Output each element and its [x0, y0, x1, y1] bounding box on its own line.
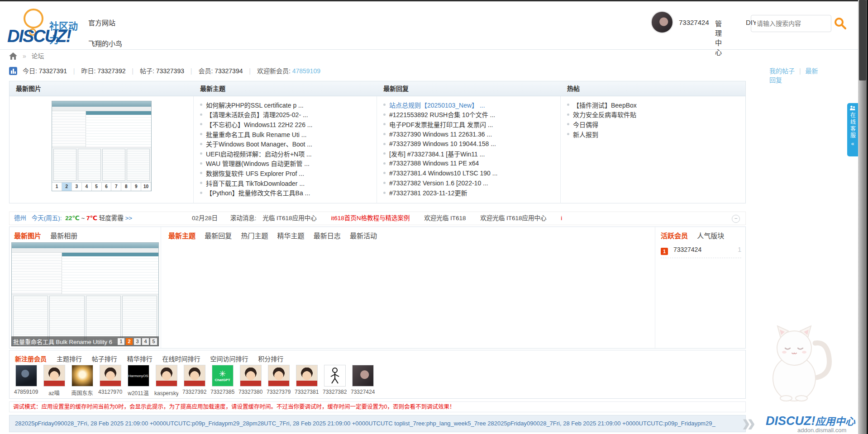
slideshow-page-4[interactable]: 4 — [142, 338, 149, 345]
tab-online-time-ranking[interactable]: 在线时间排行 — [162, 355, 200, 363]
slideshow[interactable]: 批量重命名工具 Bulk Rename Utility 6 1 2 3 4 5 — [11, 242, 159, 346]
reply-link[interactable]: #73327389 Windows 10 19044.158 ... — [389, 140, 496, 147]
addon-center-logo[interactable]: DISCUZ!应用中心 — [766, 413, 855, 428]
tab-latest-topics[interactable]: 最新主题 — [168, 232, 196, 240]
tab-credit-ranking[interactable]: 积分排行 — [258, 355, 283, 363]
member-name[interactable]: 47859109 — [14, 389, 38, 395]
member-cell[interactable]: kaspersky用 — [154, 365, 178, 396]
tab-space-visit-ranking[interactable]: 空间访问排行 — [210, 355, 248, 363]
member-cell[interactable]: 73327381 — [295, 365, 319, 396]
reply-link[interactable]: #73327381.4 Windows10 LTSC 190 ... — [389, 170, 497, 177]
scroll-message-highlight[interactable]: i — [561, 215, 562, 222]
reply-link[interactable]: #73327381 2023-11-12更新 — [389, 188, 467, 197]
member-cell[interactable]: 73327380 — [238, 365, 262, 396]
slideshow-page-1[interactable]: 1 — [118, 338, 124, 345]
topic-link[interactable]: 【Python】批量修改文件名工具Ba ... — [206, 188, 310, 197]
breadcrumb-forum-link[interactable]: 论坛 — [32, 52, 44, 60]
hot-post-link[interactable]: 【插件测试】BeepBox — [573, 100, 637, 109]
topic-link[interactable]: 数据恢复软件 UFS Explorer Prof ... — [206, 169, 304, 178]
reply-link[interactable]: #73327390 Windows 11 22631.36 ... — [389, 131, 492, 138]
member-name[interactable]: 73327424 — [351, 389, 375, 395]
member-cell[interactable]: 73327392 — [182, 365, 206, 396]
reply-link[interactable]: 站点总规则【20250103_New】 ... — [389, 100, 485, 109]
tab-latest-replies[interactable]: 最新回复 — [205, 232, 232, 240]
reply-link[interactable]: #73327388 Windows 11 PE x64 — [389, 160, 479, 167]
member-cell[interactable]: az喵 — [42, 365, 66, 396]
tab-popular-forums[interactable]: 人气版块 — [697, 232, 724, 240]
online-service-tab[interactable]: 在线客服 « — [847, 103, 858, 156]
member-name[interactable]: 73327381 — [295, 389, 319, 395]
tab-active-members[interactable]: 活跃会员 — [661, 232, 688, 240]
weather-city-link[interactable]: 德州 — [14, 215, 26, 222]
member-cell[interactable]: 43127970 — [98, 365, 122, 396]
member-cell[interactable]: 73327382 — [323, 365, 347, 396]
scroll-message[interactable]: 欢迎光临 IT618 — [424, 215, 466, 222]
member-cell[interactable]: 73327424 — [351, 365, 375, 396]
topic-link[interactable]: UEFI启动视频详解：启动分析+N项 ... — [206, 149, 312, 158]
my-posts-link[interactable]: 我的帖子 — [769, 67, 795, 75]
member-name[interactable]: az喵 — [42, 389, 66, 396]
active-member-link[interactable]: 73327424 — [673, 246, 701, 253]
tab-topic-ranking[interactable]: 主题排行 — [57, 355, 82, 363]
tab-new-members[interactable]: 新注册会员 — [15, 355, 47, 363]
member-name[interactable]: w2011温 — [126, 389, 150, 396]
member-name[interactable]: 73327379 — [267, 389, 291, 395]
tab-post-ranking[interactable]: 帖子排行 — [92, 355, 117, 363]
tab-hot-topics[interactable]: 热门主题 — [241, 232, 268, 240]
reply-link[interactable]: #73327382 Version 1.6 [2022-10 ... — [389, 179, 488, 187]
slideshow-page-2[interactable]: 2 — [126, 338, 133, 345]
member-cell[interactable]: ✳ ChatGPT 73327385 — [210, 365, 234, 396]
reply-link[interactable]: 电子PDF发票批量打印工具 发票闪 ... — [389, 120, 493, 129]
footer-ticker-link[interactable]: 282025pFriday090028_7Fri, 28 Feb 2025 21… — [10, 415, 745, 432]
member-name[interactable]: 73327392 — [182, 389, 206, 395]
user-avatar[interactable] — [651, 11, 673, 33]
tab-digest-ranking[interactable]: 精华排行 — [127, 355, 153, 363]
nav-item-official-site[interactable]: 官方网站 — [88, 18, 115, 27]
scroll-message-highlight[interactable]: it618首页N格教程与精选案例 — [331, 215, 410, 222]
tab-latest-activities[interactable]: 最新活动 — [350, 232, 377, 240]
hot-post-link[interactable]: 效力安全反病毒软件贴 — [573, 110, 636, 119]
collapse-bar-button[interactable]: − — [732, 215, 740, 223]
member-name[interactable]: 73327385 — [210, 389, 234, 395]
scroll-message[interactable]: 欢迎光临 IT618应用中心 — [480, 215, 546, 222]
nav-item-flying-bird[interactable]: 飞翔的小鸟 — [88, 38, 122, 48]
topic-link[interactable]: 关于Windows Boot Manager、Boot ... — [206, 139, 312, 148]
topic-link[interactable]: 抖音下载工具 TikTokDownloader ... — [206, 179, 305, 188]
member-name[interactable]: 南国东东 — [70, 389, 94, 396]
tab-latest-images[interactable]: 最新图片 — [14, 232, 41, 240]
search-input[interactable] — [756, 16, 825, 31]
reply-link[interactable]: #1221553892 RUSH合集 10个文件 ... — [389, 110, 495, 119]
member-cell[interactable]: 47859109 — [14, 365, 38, 396]
screenshot-thumbnail[interactable]: 1 2 3 4 5 6 7 8 9 10 — [52, 101, 152, 191]
topic-link[interactable]: WAU 管理器(Windows 自动更新管 ... — [206, 159, 310, 168]
tab-latest-albums[interactable]: 最新相册 — [50, 232, 77, 240]
member-cell[interactable]: HarmonyOS w2011温 — [126, 365, 150, 396]
home-icon[interactable] — [9, 52, 17, 61]
member-name[interactable]: kaspersky用 — [154, 389, 178, 396]
tab-latest-blogs[interactable]: 最新日志 — [314, 232, 341, 240]
member-cell[interactable]: 73327379 — [267, 365, 291, 396]
hot-post-link[interactable]: 今日偶得 — [573, 120, 598, 129]
member-name[interactable]: 73327382 — [323, 389, 347, 395]
weather-more-link[interactable]: >> — [125, 215, 132, 222]
slideshow-page-5[interactable]: 5 — [150, 338, 157, 345]
admin-center-link[interactable]: 管理中心 — [715, 19, 722, 57]
search-button[interactable] — [833, 16, 848, 31]
member-name[interactable]: 73327380 — [238, 389, 262, 395]
reply-link[interactable]: [发布] #73327384.1 [基于Win11 ... — [389, 149, 485, 158]
slideshow-page-3[interactable]: 3 — [134, 338, 141, 345]
page-scrollbar[interactable] — [858, 0, 868, 434]
scroll-message[interactable]: 光临 IT618应用中心 — [262, 215, 316, 222]
hot-post-link[interactable]: 新人报到 — [573, 130, 598, 139]
topic-link[interactable]: 【不忘初心】Windows11 22H2 226 ... — [206, 120, 313, 129]
topic-link[interactable]: 【清理未活跃会员】清理2025-02- ... — [206, 110, 308, 119]
scrollbar-thumb[interactable] — [859, 0, 866, 80]
topic-link[interactable]: 如何解决PHP的SSL certificate p ... — [206, 100, 304, 109]
topic-link[interactable]: 批量重命名工具 Bulk Rename Uti ... — [206, 130, 307, 139]
member-cell[interactable]: 南国东东 — [70, 365, 94, 396]
member-name[interactable]: 43127970 — [98, 389, 122, 395]
discuz-logo[interactable]: 社区动力 DISCUZ! — [5, 5, 87, 48]
newest-member-link[interactable]: 47859109 — [292, 67, 320, 75]
username-link[interactable]: 73327424 — [679, 19, 709, 26]
tab-digest-topics[interactable]: 精华主题 — [277, 232, 305, 240]
